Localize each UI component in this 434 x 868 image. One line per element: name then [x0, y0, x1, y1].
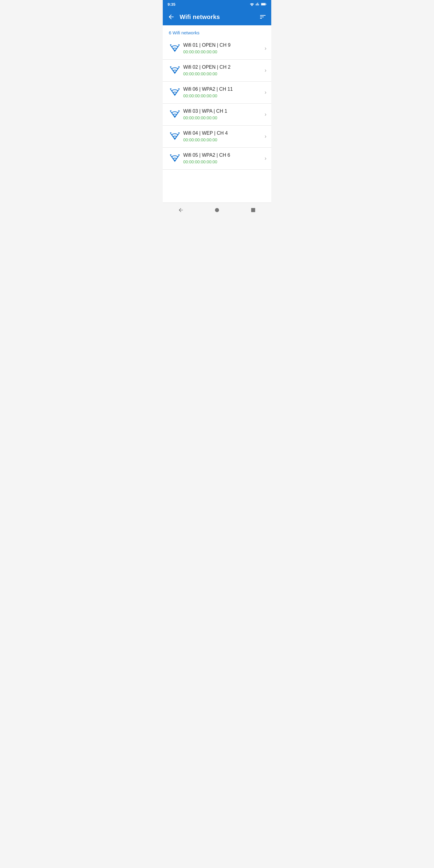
status-time: 9:35: [167, 2, 176, 7]
network-info: Wifi 01 | OPEN | CH 9 00:00:00:00:00:00: [183, 42, 262, 55]
chevron-right-icon: ›: [265, 111, 267, 118]
network-list-item[interactable]: Wifi 04 | WEP | CH 4 00:00:00:00:00:00 ›: [163, 126, 271, 148]
network-mac: 00:00:00:00:00:00: [183, 71, 262, 77]
network-mac: 00:00:00:00:00:00: [183, 93, 262, 99]
wifi-icon: [167, 132, 182, 141]
app-bar: Wifi networks: [163, 8, 271, 25]
network-name: Wifi 04 | WEP | CH 4: [183, 130, 262, 136]
recents-nav-button[interactable]: [247, 204, 259, 216]
svg-point-3: [215, 208, 219, 212]
signal-status-icon: [255, 2, 260, 6]
network-list-item[interactable]: Wifi 05 | WPA2 | CH 6 00:00:00:00:00:00 …: [163, 148, 271, 170]
filter-button[interactable]: [257, 11, 269, 23]
bottom-nav: [163, 203, 271, 217]
page-title: Wifi networks: [180, 13, 254, 21]
home-nav-button[interactable]: [211, 204, 223, 216]
network-list: Wifi 01 | OPEN | CH 9 00:00:00:00:00:00 …: [163, 38, 271, 170]
svg-rect-1: [266, 4, 267, 5]
status-bar: 9:35: [163, 0, 271, 8]
network-list-item[interactable]: Wifi 06 | WPA2 | CH 11 00:00:00:00:00:00…: [163, 82, 271, 104]
chevron-right-icon: ›: [265, 133, 267, 140]
wifi-status-icon: [250, 2, 254, 6]
chevron-right-icon: ›: [265, 89, 267, 96]
network-count-label: 6 Wifi networks: [163, 25, 271, 38]
network-info: Wifi 03 | WPA | CH 1 00:00:00:00:00:00: [183, 108, 262, 121]
network-mac: 00:00:00:00:00:00: [183, 159, 262, 165]
wifi-icon: [167, 154, 182, 163]
wifi-icon: [167, 110, 182, 119]
network-mac: 00:00:00:00:00:00: [183, 115, 262, 121]
network-name: Wifi 05 | WPA2 | CH 6: [183, 152, 262, 158]
network-name: Wifi 06 | WPA2 | CH 11: [183, 86, 262, 93]
back-button[interactable]: [165, 11, 177, 23]
status-icons: [250, 2, 267, 6]
chevron-right-icon: ›: [265, 45, 267, 52]
network-info: Wifi 05 | WPA2 | CH 6 00:00:00:00:00:00: [183, 152, 262, 165]
wifi-icon: [167, 88, 182, 97]
network-name: Wifi 02 | OPEN | CH 2: [183, 64, 262, 70]
network-name: Wifi 03 | WPA | CH 1: [183, 108, 262, 115]
network-mac: 00:00:00:00:00:00: [183, 137, 262, 143]
chevron-right-icon: ›: [265, 155, 267, 161]
network-info: Wifi 06 | WPA2 | CH 11 00:00:00:00:00:00: [183, 86, 262, 99]
svg-rect-4: [251, 208, 255, 212]
network-info: Wifi 04 | WEP | CH 4 00:00:00:00:00:00: [183, 130, 262, 143]
network-list-item[interactable]: Wifi 02 | OPEN | CH 2 00:00:00:00:00:00 …: [163, 60, 271, 82]
network-mac: 00:00:00:00:00:00: [183, 49, 262, 55]
network-list-item[interactable]: Wifi 01 | OPEN | CH 9 00:00:00:00:00:00 …: [163, 38, 271, 60]
wifi-icon: [167, 44, 182, 53]
back-nav-button[interactable]: [175, 204, 187, 216]
content-area: 6 Wifi networks Wifi 01 | OPEN | CH 9 00…: [163, 25, 271, 203]
network-name: Wifi 01 | OPEN | CH 9: [183, 42, 262, 49]
battery-status-icon: [261, 2, 267, 6]
network-info: Wifi 02 | OPEN | CH 2 00:00:00:00:00:00: [183, 64, 262, 77]
wifi-icon: [167, 66, 182, 75]
network-list-item[interactable]: Wifi 03 | WPA | CH 1 00:00:00:00:00:00 ›: [163, 104, 271, 126]
chevron-right-icon: ›: [265, 67, 267, 73]
svg-rect-2: [261, 3, 265, 5]
